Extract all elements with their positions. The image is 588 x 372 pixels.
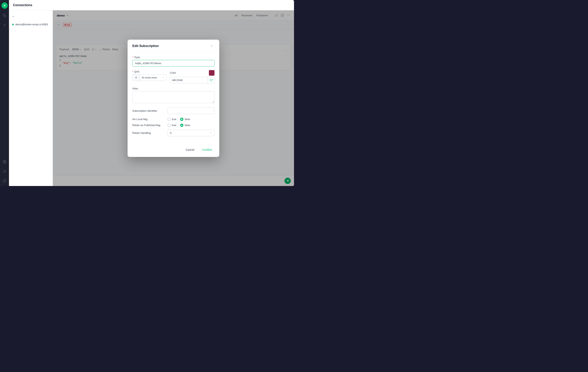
qos-number: 0	[133, 74, 140, 81]
no-local-true-option[interactable]: true	[168, 118, 176, 121]
modal-close-button[interactable]: ×	[209, 43, 214, 49]
color-label-row: Color	[170, 70, 214, 77]
sidebar	[0, 0, 9, 186]
add-icon: +	[12, 15, 14, 19]
rss-icon[interactable]	[2, 169, 7, 174]
color-swatch[interactable]	[209, 70, 214, 76]
connection-status-dot	[12, 24, 14, 25]
connections-panel: + demo@broker.emqx.io:8083 demo	[9, 10, 294, 186]
qos-chevron-icon	[162, 76, 164, 79]
retain-pub-true-label: true	[172, 124, 176, 127]
no-local-label: No Local flag	[132, 118, 164, 121]
retain-pub-label: Retain as Published flag	[132, 124, 164, 127]
color-label-text: Color	[170, 71, 176, 74]
color-section: Color	[170, 70, 214, 83]
refresh-icon	[210, 79, 212, 81]
connections-list: + demo@broker.emqx.io:8083	[9, 10, 53, 186]
qos-color-row: * QoS 0 At most once	[132, 70, 214, 83]
qos-select-dropdown[interactable]: At most once	[140, 74, 167, 81]
retain-pub-false-option[interactable]: false	[180, 124, 190, 127]
retain-pub-true-option[interactable]: true	[168, 124, 176, 127]
svg-point-5	[4, 161, 5, 162]
color-refresh-button[interactable]	[208, 77, 214, 83]
modal-title: Edit Subscription	[132, 44, 159, 48]
sub-id-input[interactable]	[168, 108, 214, 114]
retain-pub-options: true false	[168, 124, 190, 127]
topic-label-text: Topic	[134, 56, 140, 59]
info-icon[interactable]	[2, 178, 7, 184]
copy-icon[interactable]	[2, 13, 7, 18]
connections-title: Connections	[13, 3, 32, 7]
top-bar: Connections	[9, 0, 294, 10]
plus-icon[interactable]	[2, 22, 7, 28]
no-local-false-label: false	[185, 118, 190, 121]
topic-required-star: *	[132, 56, 133, 59]
svg-rect-2	[4, 15, 6, 17]
retain-pub-false-label: false	[185, 124, 190, 127]
alias-textarea[interactable]	[132, 91, 214, 103]
cancel-button[interactable]: Cancel	[183, 147, 197, 153]
alias-label: Alias	[132, 87, 214, 90]
top-bar-left: Connections	[13, 3, 32, 7]
no-local-false-option[interactable]: false	[180, 118, 190, 121]
qos-option-text: At most once	[142, 76, 157, 79]
no-local-true-radio[interactable]	[168, 118, 171, 121]
modal-footer: Cancel Confirm	[127, 144, 219, 157]
retain-handling-dropdown[interactable]: 0	[168, 130, 214, 136]
connection-name: demo@broker.emqx.io:8083	[15, 23, 48, 26]
color-input-row	[170, 77, 214, 83]
topic-input[interactable]	[132, 60, 214, 67]
modal-overlay: Edit Subscription × * Topic	[53, 10, 294, 186]
retain-pub-row: Retain as Published flag true false	[132, 124, 214, 127]
modal-header: Edit Subscription ×	[127, 40, 219, 52]
add-connection-button[interactable]: +	[9, 13, 52, 21]
color-text-input[interactable]	[170, 77, 208, 83]
no-local-false-radio[interactable]	[180, 118, 183, 121]
modal-body: * Topic * QoS	[127, 52, 219, 144]
sidebar-logo[interactable]	[1, 2, 8, 9]
no-local-options: true false	[168, 118, 190, 121]
no-local-row: No Local flag true false	[132, 118, 214, 121]
no-local-true-label: true	[172, 118, 176, 121]
svg-point-6	[3, 172, 4, 173]
retain-handling-value: 0	[170, 131, 171, 134]
qos-label-text: QoS	[134, 70, 139, 73]
retain-pub-true-radio[interactable]	[168, 124, 171, 127]
right-panel: demo All Received Published	[53, 10, 294, 186]
qos-label-field: * QoS	[132, 70, 167, 73]
topic-label: * Topic	[132, 56, 214, 59]
retain-pub-false-radio[interactable]	[180, 124, 183, 127]
retain-handling-label: Retain Handling	[132, 131, 164, 134]
qos-required-star: *	[132, 70, 133, 73]
qos-input-row: 0 At most once	[132, 74, 167, 81]
retain-handling-chevron-icon	[210, 132, 212, 134]
alias-field: Alias	[132, 87, 214, 104]
main-content: Connections + demo@broker.emqx.io:8083	[9, 0, 294, 186]
confirm-button[interactable]: Confirm	[200, 147, 214, 153]
retain-handling-row: Retain Handling 0	[132, 130, 214, 136]
settings-icon[interactable]	[2, 159, 7, 164]
sub-id-label: Subscription Identifier	[132, 109, 164, 112]
sub-id-row: Subscription Identifier	[132, 108, 214, 114]
edit-subscription-modal: Edit Subscription × * Topic	[127, 40, 219, 157]
qos-section: * QoS 0 At most once	[132, 70, 167, 83]
connection-item[interactable]: demo@broker.emqx.io:8083	[9, 21, 52, 28]
topic-field: * Topic	[132, 56, 214, 67]
app-container: Connections + demo@broker.emqx.io:8083	[0, 0, 294, 186]
